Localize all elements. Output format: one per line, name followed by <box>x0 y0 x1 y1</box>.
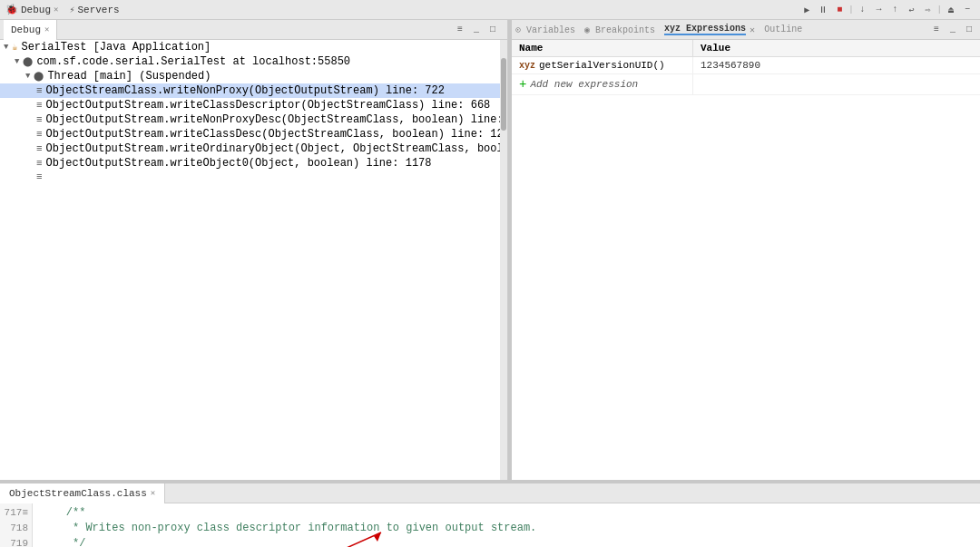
add-expr-label[interactable]: Add new expression <box>530 79 638 90</box>
debug-panel-label: Debug <box>11 24 41 35</box>
tree-frame-0[interactable]: ≡ ObjectStreamClass.writeNonProxy(Object… <box>0 83 500 98</box>
debug-icon: 🐞 <box>5 4 18 15</box>
scrollbar-track[interactable] <box>500 40 507 480</box>
code-line-718: * Writes non-proxy class descriptor info… <box>40 521 973 536</box>
frame-icon-3: ≡ <box>36 129 43 140</box>
frame-icon-6: ≡ <box>36 171 43 182</box>
expressions-tab[interactable]: xyz Expressions <box>664 24 746 35</box>
editor-tab-bar: ObjectStreamClass.class ✕ <box>0 484 980 503</box>
debug-panel-close[interactable]: ✕ <box>44 24 49 34</box>
debug-tab[interactable]: 🐞 Debug ✕ <box>5 4 58 15</box>
frame-icon-1: ≡ <box>36 100 43 111</box>
use-step-filters-btn[interactable]: ⇨ <box>921 3 936 17</box>
tree-item-app[interactable]: ▼ ☕ SerialTest [Java Application] <box>0 40 500 54</box>
code-line-719: */ <box>40 536 973 547</box>
expr-var-icon-0: xyz <box>519 61 535 71</box>
expr-view-btn[interactable]: ≡ <box>929 23 944 37</box>
debug-tree-scroll: ▼ ☕ SerialTest [Java Application] ▼ ⬤ co… <box>0 40 507 480</box>
line-num-717: 717≡ <box>4 505 28 521</box>
frame-label-5: ObjectOutputStream.writeObject0(Object, … <box>46 157 432 170</box>
app-icon: ☕ <box>12 42 17 53</box>
expr-col-headers: Name Value <box>512 40 980 57</box>
view-menu-btn[interactable]: ≡ <box>453 23 467 37</box>
code-overlay-container: 717≡ 718 719 720≡ 721 722 723 724 725 72… <box>0 503 980 547</box>
frame-icon-4: ≡ <box>36 143 43 154</box>
expr-row-0[interactable]: xyz getSerialVersionUID() 1234567890 <box>512 57 980 74</box>
value-column-header: Value <box>693 40 980 56</box>
tree-label-0: SerialTest [Java Application] <box>21 41 211 54</box>
stop-btn[interactable]: ■ <box>832 3 847 17</box>
drop-frame-btn[interactable]: ↩ <box>905 3 919 17</box>
code-text-717: /** <box>40 505 85 521</box>
frame-label-2: ObjectOutputStream.writeNonProxyDesc(Obj… <box>46 113 500 126</box>
left-panel: Debug ✕ ≡ _ □ ▼ ☕ SerialTest [Java Appli… <box>0 20 508 480</box>
scrollbar-thumb[interactable] <box>501 58 506 131</box>
debug-close-icon[interactable]: ✕ <box>54 5 58 15</box>
code-text-718: * Writes non-proxy class descriptor info… <box>40 521 536 536</box>
frame-icon-0: ≡ <box>36 85 43 96</box>
expr-add-name: + Add new expression <box>512 74 693 94</box>
tree-item-connection[interactable]: ▼ ⬤ com.sf.code.serial.SerialTest at loc… <box>0 54 500 69</box>
step-return-btn[interactable]: ↑ <box>888 3 903 17</box>
step-over-btn[interactable]: → <box>872 3 887 17</box>
minimize-btn[interactable]: _ <box>469 23 484 37</box>
tree-arrow-0: ▼ <box>4 43 8 52</box>
main-layout: Debug ✕ ≡ _ □ ▼ ☕ SerialTest [Java Appli… <box>0 20 980 480</box>
name-column-header: Name <box>512 40 693 56</box>
tree-frame-1[interactable]: ≡ ObjectOutputStream.writeClassDescripto… <box>0 98 500 112</box>
left-scrollbar[interactable] <box>500 40 507 480</box>
tree-arrow-1: ▼ <box>15 57 19 66</box>
frame-label-0: ObjectStreamClass.writeNonProxy(ObjectOu… <box>46 84 445 97</box>
frame-label-1: ObjectOutputStream.writeClassDescriptor(… <box>46 99 491 112</box>
tree-item-thread[interactable]: ▼ ⬤ Thread [main] (Suspended) <box>0 69 500 83</box>
servers-tab[interactable]: ⚡ Servers <box>69 5 119 15</box>
editor-tab-close[interactable]: ✕ <box>151 488 155 498</box>
line-num-719: 719 <box>4 536 28 547</box>
outline-tab[interactable]: Outline <box>764 24 802 34</box>
disconnect-btn[interactable]: ⏏ <box>944 3 958 17</box>
frame-icon-2: ≡ <box>36 114 43 125</box>
tree-arrow-2: ▼ <box>25 72 30 81</box>
expr-maximize-btn[interactable]: □ <box>962 23 976 37</box>
tree-frame-3[interactable]: ≡ ObjectOutputStream.writeClassDesc(Obje… <box>0 127 500 142</box>
right-panel: ⊙ Variables ◉ Breakpoints xyz Expression… <box>512 20 980 480</box>
expr-name-0: xyz getSerialVersionUID() <box>512 57 693 73</box>
expr-minimize-btn[interactable]: _ <box>946 23 960 37</box>
expr-value-0: 1234567890 <box>693 57 980 73</box>
debug-bar: 🐞 Debug ✕ ⚡ Servers ▶ ⏸ ■ | ↓ → ↑ ↩ ⇨ | … <box>0 0 980 20</box>
code-container: 717≡ 718 719 720≡ 721 722 723 724 725 72… <box>0 503 980 547</box>
line-num-718: 718 <box>4 521 28 536</box>
expressions-close-icon[interactable]: ✕ <box>750 24 755 35</box>
expr-add-row[interactable]: + Add new expression <box>512 74 980 95</box>
expr-name-label-0: getSerialVersionUID() <box>539 60 665 71</box>
tree-frame-2[interactable]: ≡ ObjectOutputStream.writeNonProxyDesc(O… <box>0 112 500 127</box>
servers-label: Servers <box>77 5 119 15</box>
editor-tab-label: ObjectStreamClass.class <box>9 488 147 499</box>
suspend-btn[interactable]: ⏸ <box>816 3 830 17</box>
expressions-table: Name Value xyz getSerialVersionUID() 123… <box>512 40 980 480</box>
left-tab-bar: Debug ✕ ≡ _ □ <box>0 20 507 40</box>
debug-panel-tab[interactable]: Debug ✕ <box>4 20 57 40</box>
server-icon: ⚡ <box>69 5 74 15</box>
add-expr-icon: + <box>519 77 526 92</box>
breakpoints-tab[interactable]: ◉ Breakpoints <box>584 24 655 35</box>
debug-label: Debug <box>21 5 51 15</box>
debug-tree: ▼ ☕ SerialTest [Java Application] ▼ ⬤ co… <box>0 40 500 480</box>
resume-btn[interactable]: ▶ <box>799 3 814 17</box>
tree-frame-5[interactable]: ≡ ObjectOutputStream.writeObject0(Object… <box>0 156 500 171</box>
maximize-btn[interactable]: □ <box>485 23 500 37</box>
expr-tab-bar: ⊙ Variables ◉ Breakpoints xyz Expression… <box>512 20 980 40</box>
code-content[interactable]: /** * Writes non-proxy class descriptor … <box>33 503 980 547</box>
frame-label-4: ObjectOutputStream.writeOrdinaryObject(O… <box>46 142 500 155</box>
frame-icon-5: ≡ <box>36 158 43 169</box>
tree-label-2: Thread [main] (Suspended) <box>47 70 211 83</box>
tree-label-1: com.sf.code.serial.SerialTest at localho… <box>36 55 350 68</box>
collapse-btn[interactable]: − <box>960 3 975 17</box>
tree-frame-6[interactable]: ≡ <box>0 171 500 183</box>
tree-frame-4[interactable]: ≡ ObjectOutputStream.writeOrdinaryObject… <box>0 142 500 156</box>
line-numbers: 717≡ 718 719 720≡ 721 722 723 724 725 72… <box>0 503 33 547</box>
code-text-719: */ <box>40 536 85 547</box>
editor-tab-objectstream[interactable]: ObjectStreamClass.class ✕ <box>0 484 165 503</box>
step-into-btn[interactable]: ↓ <box>856 3 870 17</box>
variables-tab[interactable]: ⊙ Variables <box>515 24 575 35</box>
